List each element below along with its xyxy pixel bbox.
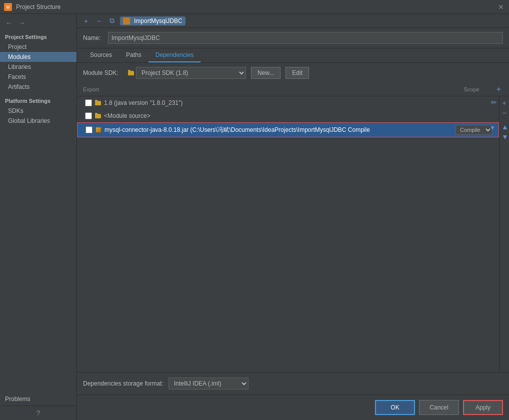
sidebar: ← → Project Settings Project Modules Lib…	[0, 14, 77, 420]
name-row: Name:	[77, 28, 509, 48]
sidebar-item-sdks[interactable]: SDKs	[0, 106, 76, 116]
dep-module-folder-icon	[95, 114, 101, 118]
dep-sdk-name: 1.8 (java version "1.8.0_231")	[104, 99, 493, 106]
app-icon: U	[4, 3, 12, 11]
dep-module-source-name: <Module source>	[104, 112, 493, 119]
dep-mysql-name: mysql-connector-java-8.0.18.jar (C:\User…	[104, 126, 452, 134]
dep-row-module-source[interactable]: <Module source>	[77, 109, 499, 122]
tab-paths[interactable]: Paths	[119, 48, 148, 62]
tab-sources[interactable]: Sources	[83, 48, 119, 62]
dep-checkbox-module-source[interactable]	[85, 112, 92, 119]
dep-list: 1.8 (java version "1.8.0_231") <Module s…	[77, 96, 499, 372]
dep-side-up-button[interactable]: ▲	[500, 122, 508, 131]
dep-checkbox-mysql[interactable]	[86, 126, 92, 133]
project-settings-title: Project Settings	[0, 30, 76, 42]
storage-format-label: Dependencies storage format:	[83, 380, 164, 387]
tabs-row: Sources Paths Dependencies	[77, 48, 509, 63]
sidebar-nav: ← →	[0, 16, 76, 30]
sidebar-item-global-libraries[interactable]: Global Libraries	[0, 116, 76, 126]
sidebar-item-modules[interactable]: Modules	[0, 52, 76, 62]
dep-side-buttons: + − ▲ ▼	[499, 96, 509, 372]
sdk-label: Module SDK:	[83, 69, 123, 76]
ok-button[interactable]: OK	[375, 400, 415, 415]
dep-add-button[interactable]: +	[494, 85, 503, 94]
dep-row-sdk[interactable]: 1.8 (java version "1.8.0_231")	[77, 96, 499, 109]
title-bar: U Project Structure ✕	[0, 0, 509, 14]
copy-module-button[interactable]: ⧉	[107, 16, 117, 26]
sdk-select[interactable]: Project SDK (1.8)	[136, 67, 246, 79]
sidebar-item-artifacts[interactable]: Artifacts	[0, 82, 76, 92]
sdk-row: Module SDK: Project SDK (1.8) New... Edi…	[77, 63, 509, 83]
module-header: + − ⧉ ImportMysqlJDBC	[77, 14, 509, 28]
platform-settings-title: Platform Settings	[0, 94, 76, 106]
sidebar-item-facets[interactable]: Facets	[0, 72, 76, 82]
dep-dropdown-icon[interactable]: ▼	[490, 124, 496, 131]
tab-dependencies[interactable]: Dependencies	[148, 48, 201, 62]
apply-button[interactable]: Apply	[463, 400, 503, 415]
sdk-value-row: Project SDK (1.8)	[128, 67, 246, 79]
dep-content-area: 1.8 (java version "1.8.0_231") <Module s…	[77, 96, 509, 372]
edit-pencil-button[interactable]: ✏	[491, 98, 497, 106]
back-button[interactable]: ←	[4, 18, 14, 28]
main-container: ← → Project Settings Project Modules Lib…	[0, 14, 509, 420]
storage-format-select[interactable]: IntelliJ IDEA (.iml) Eclipse (.classpath…	[168, 378, 248, 390]
dep-row-mysql[interactable]: mysql-connector-java-8.0.18.jar (C:\User…	[77, 122, 499, 137]
sdk-new-button[interactable]: New...	[251, 67, 280, 79]
selected-module-item[interactable]: ImportMysqlJDBC	[120, 16, 186, 25]
name-label: Name:	[83, 34, 103, 41]
dep-table-header: Export Scope +	[77, 83, 509, 96]
dep-export-col-label: Export	[83, 86, 464, 92]
sidebar-item-libraries[interactable]: Libraries	[0, 62, 76, 72]
sdk-folder-icon	[128, 71, 134, 75]
module-icon	[123, 17, 130, 24]
cancel-button[interactable]: Cancel	[419, 400, 459, 415]
dep-jar-icon	[96, 127, 102, 133]
dep-scope-col-label: Scope	[464, 86, 479, 92]
name-input[interactable]	[108, 32, 503, 44]
dep-side-down-button[interactable]: ▼	[500, 132, 508, 141]
module-name: ImportMysqlJDBC	[134, 17, 182, 24]
dep-side-add-button[interactable]: +	[500, 98, 508, 107]
help-button[interactable]: ?	[0, 406, 76, 420]
sdk-edit-button[interactable]: Edit	[286, 67, 309, 79]
dep-side-remove-button[interactable]: −	[500, 108, 508, 117]
dep-checkbox-sdk[interactable]	[85, 99, 92, 106]
dep-scope-select-mysql[interactable]: Compile Test Provided Runtime	[456, 125, 492, 135]
dep-sdk-folder-icon	[95, 101, 101, 105]
sidebar-item-project[interactable]: Project	[0, 42, 76, 52]
remove-module-button[interactable]: −	[94, 16, 104, 26]
footer: OK Cancel Apply	[77, 395, 509, 420]
forward-button[interactable]: →	[17, 18, 27, 28]
sidebar-item-problems[interactable]: Problems	[0, 393, 76, 406]
add-module-button[interactable]: +	[81, 16, 91, 26]
main-content: + − ⧉ ImportMysqlJDBC Name: Sources Path…	[77, 14, 509, 420]
title-bar-title: Project Structure	[16, 3, 493, 10]
bottom-area: Dependencies storage format: IntelliJ ID…	[77, 372, 509, 395]
close-button[interactable]: ✕	[497, 3, 505, 11]
